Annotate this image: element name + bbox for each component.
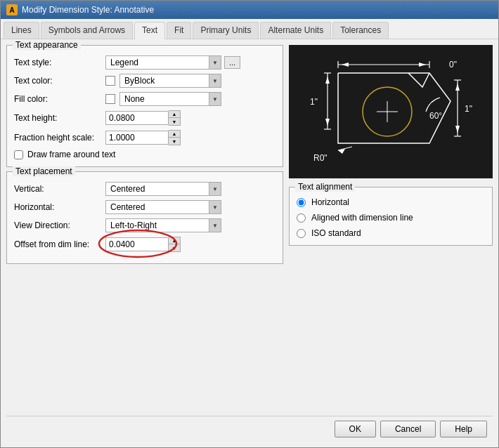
draw-frame-label: Draw frame around text <box>27 150 115 159</box>
text-color-select-wrapper: ByBlock <box>119 74 221 88</box>
ok-button[interactable]: OK <box>335 421 376 437</box>
text-color-row: Text color: ByBlock <box>14 74 276 88</box>
text-color-control: ByBlock <box>105 74 276 88</box>
horizontal-select-wrapper: Centered 1st Extension Line 2nd Extensio… <box>105 200 221 214</box>
text-style-control: Legend ... <box>105 55 276 70</box>
svg-text:0": 0" <box>449 60 457 70</box>
fraction-height-input[interactable] <box>105 131 169 145</box>
offset-label: Offset from dim line: <box>14 239 105 249</box>
svg-marker-25 <box>338 149 345 154</box>
fill-color-row: Fill color: None <box>14 92 276 106</box>
help-button[interactable]: Help <box>440 421 487 437</box>
iso-alignment-row: ISO standard <box>297 228 485 238</box>
horizontal-radio[interactable] <box>297 198 306 207</box>
preview-canvas: 0" 1" <box>289 45 493 178</box>
preview-svg: 0" 1" <box>289 45 493 178</box>
main-area: Text appearance Text style: Legend ... <box>6 45 493 411</box>
svg-text:R0": R0" <box>313 153 328 163</box>
vertical-select-wrapper: Centered Above Outside JIS <box>105 182 221 196</box>
aligned-alignment-label: Aligned with dimension line <box>311 213 413 223</box>
fraction-height-row: Fraction height scale: ▲ ▼ <box>14 130 276 145</box>
text-style-label: Text style: <box>14 58 105 67</box>
svg-marker-11 <box>325 119 330 126</box>
offset-spinners: ▲ ▼ <box>169 237 181 252</box>
text-alignment-group: Text alignment Horizontal Aligned with d… <box>289 187 493 246</box>
fraction-height-spinners: ▲ ▼ <box>169 130 181 145</box>
text-style-select-wrapper: Legend <box>105 55 221 70</box>
vertical-row: Vertical: Centered Above Outside JIS <box>14 182 276 196</box>
tab-primary[interactable]: Primary Units <box>193 22 259 39</box>
text-alignment-title: Text alignment <box>295 182 355 192</box>
draw-frame-row: Draw frame around text <box>14 150 276 159</box>
text-color-label: Text color: <box>14 76 105 86</box>
view-direction-select[interactable]: Left-to-Right Right-to-Left <box>105 218 221 232</box>
text-height-up[interactable]: ▲ <box>169 111 180 118</box>
aligned-alignment-row: Aligned with dimension line <box>297 213 485 223</box>
horizontal-select[interactable]: Centered 1st Extension Line 2nd Extensio… <box>105 200 221 214</box>
right-panel: 0" 1" <box>289 45 493 411</box>
fill-color-select-wrapper: None <box>119 92 221 106</box>
tab-tolerances[interactable]: Tolerances <box>332 22 389 39</box>
text-style-select[interactable]: Legend <box>105 55 221 70</box>
text-height-label: Text height: <box>14 113 105 123</box>
cancel-button[interactable]: Cancel <box>380 421 436 437</box>
vertical-select[interactable]: Centered Above Outside JIS <box>105 182 221 196</box>
tab-fit[interactable]: Fit <box>167 22 191 39</box>
text-appearance-group: Text appearance Text style: Legend ... <box>6 45 283 167</box>
fraction-height-down[interactable]: ▼ <box>169 138 180 145</box>
bottom-bar: OK Cancel Help <box>6 416 493 442</box>
fill-color-control: None <box>105 92 276 106</box>
tabs-bar: Lines Symbols and Arrows Text Fit Primar… <box>1 19 498 39</box>
text-height-row: Text height: ▲ ▼ <box>14 110 276 126</box>
view-direction-row: View Direction: Left-to-Right Right-to-L… <box>14 218 276 232</box>
svg-marker-19 <box>455 84 460 91</box>
text-height-spinners: ▲ ▼ <box>169 110 181 126</box>
text-style-dots-button[interactable]: ... <box>224 56 240 69</box>
offset-input[interactable] <box>105 237 169 251</box>
fraction-height-control: ▲ ▼ <box>105 130 181 145</box>
left-panel: Text appearance Text style: Legend ... <box>6 45 283 411</box>
text-appearance-title: Text appearance <box>13 40 81 50</box>
horizontal-alignment-row: Horizontal <box>297 197 485 207</box>
svg-marker-10 <box>325 77 330 84</box>
aligned-radio[interactable] <box>297 213 306 223</box>
horizontal-label: Horizontal: <box>14 202 105 212</box>
offset-control: ▲ ▼ <box>105 237 181 252</box>
svg-marker-5 <box>419 62 426 67</box>
svg-marker-20 <box>455 126 460 133</box>
horizontal-alignment-label: Horizontal <box>311 197 349 207</box>
offset-row: Offset from dim line: ▲ ▼ <box>14 237 276 252</box>
tab-content: Text appearance Text style: Legend ... <box>1 39 498 447</box>
vertical-label: Vertical: <box>14 184 105 194</box>
fill-color-select[interactable]: None <box>119 92 221 106</box>
text-height-down[interactable]: ▼ <box>169 118 180 125</box>
fraction-height-label: Fraction height scale: <box>14 133 105 143</box>
horizontal-row: Horizontal: Centered 1st Extension Line … <box>14 200 276 214</box>
fill-color-swatch <box>105 94 115 104</box>
text-height-input[interactable] <box>105 111 169 125</box>
text-color-swatch <box>105 76 115 86</box>
iso-radio[interactable] <box>297 229 306 238</box>
tab-text[interactable]: Text <box>134 22 165 39</box>
text-placement-title: Text placement <box>13 166 75 176</box>
text-color-select[interactable]: ByBlock <box>119 74 221 88</box>
svg-marker-4 <box>342 62 349 67</box>
tab-lines[interactable]: Lines <box>4 22 39 39</box>
view-direction-label: View Direction: <box>14 220 105 230</box>
text-height-control: ▲ ▼ <box>105 110 181 126</box>
view-direction-select-wrapper: Left-to-Right Right-to-Left <box>105 218 221 232</box>
tab-symbols[interactable]: Symbols and Arrows <box>41 22 133 39</box>
tab-alternate[interactable]: Alternate Units <box>260 22 331 39</box>
main-window: A Modify Dimension Style: Annotative Lin… <box>0 0 499 448</box>
svg-text:60°: 60° <box>429 111 442 121</box>
app-icon: A <box>6 4 18 15</box>
offset-up[interactable]: ▲ <box>169 237 180 244</box>
svg-line-23 <box>338 147 352 150</box>
fraction-height-up[interactable]: ▲ <box>169 131 180 138</box>
fill-color-label: Fill color: <box>14 94 105 104</box>
draw-frame-checkbox[interactable] <box>14 150 23 159</box>
text-placement-group: Text placement Vertical: Centered Above … <box>6 171 283 264</box>
iso-alignment-label: ISO standard <box>311 228 361 238</box>
offset-down[interactable]: ▼ <box>169 244 180 251</box>
window-title: Modify Dimension Style: Annotative <box>22 5 154 15</box>
